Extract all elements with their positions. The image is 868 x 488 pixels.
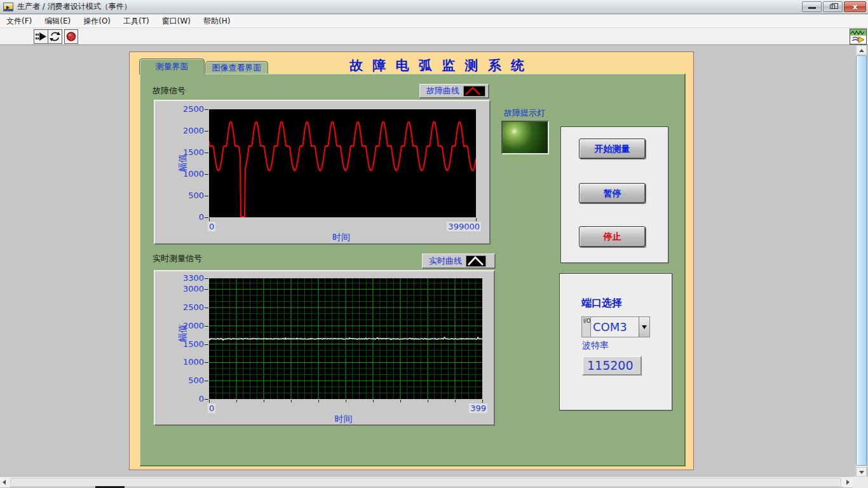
minimize-button[interactable]	[802, 1, 822, 12]
baud-value-display: 115200	[582, 356, 642, 376]
restore-button[interactable]	[823, 1, 843, 12]
x-tick-label: 0	[208, 403, 215, 413]
x-axis-title: 时间	[155, 232, 489, 243]
x-tick-mark	[476, 218, 477, 221]
fault-plot-style-icon	[463, 86, 485, 97]
minimize-icon	[808, 7, 816, 9]
x-axis-title: 时间	[155, 414, 494, 425]
port-panel: 端口选择 I/O COM3 波特率 115200	[559, 273, 672, 410]
labview-window: 生产者 / 消费者设计模式（事件） x 文件(F) 编辑(E) 操作(O) 工具…	[0, 0, 868, 488]
io-badge-icon: I/O	[582, 317, 591, 337]
x-tick-label: 399	[469, 403, 487, 413]
legend-label: 实时曲线	[423, 255, 466, 267]
y-tick-mark	[205, 308, 208, 308]
arrow-left-icon	[3, 480, 6, 485]
menu-file[interactable]: 文件(F)	[0, 15, 38, 27]
menu-edit[interactable]: 编辑(E)	[38, 15, 77, 27]
y-tick-label: 2500	[172, 104, 204, 114]
y-tick-mark	[205, 131, 208, 132]
y-tick-mark	[205, 381, 208, 381]
arrow-right-icon	[846, 480, 850, 485]
arrow-up-icon	[859, 49, 864, 52]
x-tick-mark	[209, 400, 210, 403]
actions-panel: 开始测量 暂停 停止	[560, 126, 668, 263]
y-tick-mark	[205, 196, 208, 196]
abort-button[interactable]	[64, 29, 78, 44]
fault-signal-chart[interactable]: 幅值 时间 050010001500200025000399000	[154, 100, 491, 245]
titlebar: 生产者 / 消费者设计模式（事件） x	[0, 0, 868, 14]
vi-waveform-icon[interactable]	[850, 29, 867, 44]
chevron-down-icon	[642, 325, 647, 329]
y-tick-label: 3300	[172, 273, 204, 283]
x-minor-tick-mark	[400, 400, 401, 402]
menubar: 文件(F) 编辑(E) 操作(O) 工具(T) 窗口(W) 帮助(H)	[0, 15, 868, 28]
tab-image-view[interactable]: 图像查看界面	[205, 61, 268, 74]
close-button[interactable]: x	[844, 1, 866, 12]
abort-icon	[65, 30, 78, 43]
x-tick-label: 0	[208, 222, 215, 231]
scroll-right-button[interactable]	[843, 477, 853, 487]
x-minor-tick-mark	[291, 400, 292, 402]
y-tick-label: 2000	[172, 126, 204, 135]
realtime-chart-legend[interactable]: 实时曲线	[422, 254, 496, 269]
scroll-down-button[interactable]	[856, 467, 867, 477]
y-tick-mark	[205, 326, 208, 327]
y-axis-title: 幅值	[177, 125, 189, 201]
vertical-scrollbar-thumb[interactable]	[856, 55, 867, 466]
horizontal-scrollbar-thumb[interactable]	[10, 478, 841, 487]
scrollbar-corner	[853, 477, 868, 488]
y-tick-mark	[205, 289, 208, 290]
realtime-signal-plot	[209, 278, 482, 399]
y-tick-mark	[205, 152, 208, 153]
scroll-left-button[interactable]	[0, 477, 10, 487]
run-continuous-button[interactable]	[48, 29, 62, 44]
run-continuous-icon	[48, 30, 62, 43]
stop-button[interactable]: 停止	[579, 226, 646, 247]
y-tick-label: 500	[172, 191, 204, 200]
run-button[interactable]	[34, 29, 48, 44]
scroll-up-button[interactable]	[856, 45, 867, 55]
menu-tools[interactable]: 工具(T)	[117, 15, 156, 27]
port-section-label: 端口选择	[581, 297, 622, 310]
y-tick-label: 1000	[172, 169, 204, 179]
x-minor-tick-mark	[318, 400, 319, 402]
y-tick-mark	[205, 109, 208, 110]
visa-port-combo[interactable]: I/O COM3	[581, 316, 650, 337]
horizontal-scrollbar[interactable]	[0, 477, 853, 487]
run-icon	[34, 30, 48, 43]
arrow-down-icon	[859, 471, 864, 474]
start-measure-button[interactable]: 开始测量	[579, 139, 646, 159]
y-tick-label: 2000	[172, 321, 204, 330]
menu-operate[interactable]: 操作(O)	[77, 15, 117, 27]
labview-app-icon	[3, 3, 13, 11]
fault-led-indicator[interactable]	[501, 121, 549, 154]
realtime-chart-title: 实时测量信号	[153, 253, 202, 264]
y-tick-mark	[205, 174, 208, 175]
toolbar	[0, 28, 868, 45]
legend-label: 故障曲线	[420, 85, 463, 97]
vertical-scrollbar[interactable]	[855, 45, 866, 477]
x-minor-tick-mark	[373, 400, 374, 402]
baud-label: 波特率	[582, 340, 609, 351]
fault-signal-plot	[209, 109, 476, 217]
y-tick-label: 500	[172, 376, 204, 385]
menu-window[interactable]: 窗口(W)	[156, 15, 197, 27]
x-minor-tick-mark	[264, 400, 264, 402]
y-tick-label: 2500	[172, 302, 204, 312]
tab-page-measurement: 故障信号 故障曲线 幅值 时间 050010001500200025000399…	[140, 74, 686, 466]
y-tick-mark	[205, 217, 208, 218]
x-tick-label: 399000	[447, 222, 481, 231]
fault-chart-legend[interactable]: 故障曲线	[419, 84, 489, 98]
y-tick-label: 3000	[172, 284, 204, 294]
x-tick-mark	[482, 400, 483, 403]
realtime-signal-chart[interactable]: 幅值 时间 05001000150020002500300033000399	[154, 270, 495, 426]
menu-help[interactable]: 帮助(H)	[197, 15, 236, 27]
fault-chart-title: 故障信号	[153, 85, 186, 97]
tab-measurement[interactable]: 测量界面	[139, 58, 205, 74]
realtime-plot-style-icon	[466, 255, 486, 267]
combo-dropdown-button[interactable]	[639, 317, 649, 337]
pause-button[interactable]: 暂停	[579, 183, 646, 203]
x-tick-mark	[209, 218, 210, 221]
x-minor-tick-mark	[455, 400, 456, 402]
fault-led-label: 故障提示灯	[504, 107, 545, 119]
